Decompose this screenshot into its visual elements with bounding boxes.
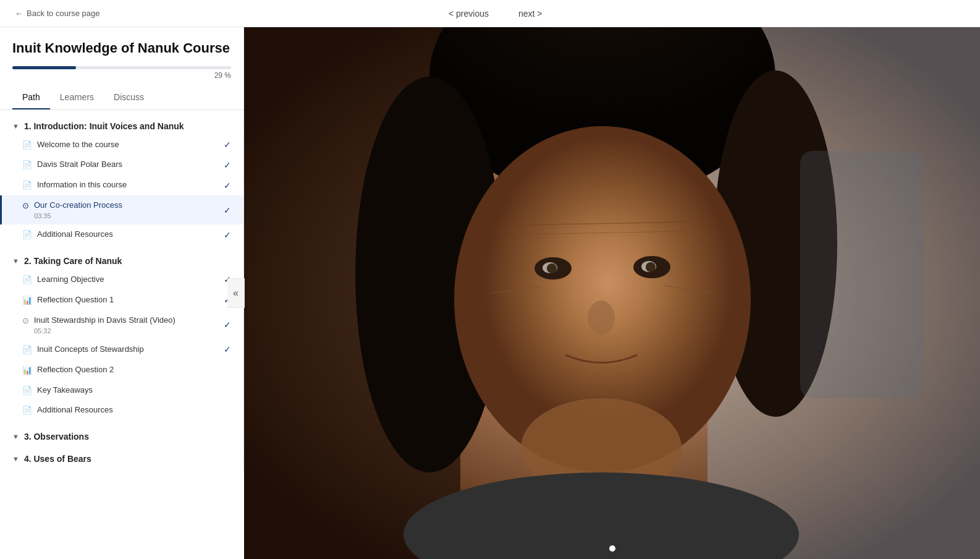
section-4-header[interactable]: ▼ 4. Uses of Bears [0,448,243,467]
document-icon: 📄 [22,140,32,150]
section-3-arrow: ▼ [12,433,19,440]
progress-bar-fill [12,66,76,69]
back-to-course[interactable]: ← Back to course page [15,9,100,18]
back-arrow-icon: ← [15,9,23,18]
main-layout: Inuit Knowledge of Nanuk Course 29 % Pat… [0,27,980,559]
tab-discuss[interactable]: Discuss [104,86,154,109]
hero-image [244,27,980,559]
top-navigation: ← Back to course page < previous next > [0,0,980,27]
document-icon: 📄 [22,406,32,415]
dot-indicator-item [609,545,615,552]
collapse-sidebar-button[interactable]: « [227,278,245,308]
sidebar-tabs: Path Learners Discuss [0,86,243,110]
item-label: Information in this course [37,180,127,190]
main-content-area [244,27,980,559]
checkmark-icon: ✓ [224,160,231,170]
sidebar-wrapper: Inuit Knowledge of Nanuk Course 29 % Pat… [0,27,244,559]
slide-indicator [609,545,615,552]
prev-button[interactable]: < previous [444,6,494,21]
nav-center: < previous next > [444,6,547,21]
item-label: Key Takeaways [37,385,93,396]
progress-bar-track [12,66,231,69]
tab-path[interactable]: Path [12,86,50,109]
chart-icon: 📊 [22,296,32,305]
document-icon: 📄 [22,386,32,395]
list-item[interactable]: 📄 Additional Resources [0,400,243,420]
svg-point-11 [547,263,557,273]
sidebar-content: ▼ 1. Introduction: Inuit Voices and Nanu… [0,110,243,473]
document-icon: 📄 [22,275,32,284]
progress-bar-container: 29 % [12,66,231,80]
item-label: Davis Strait Polar Bears [37,160,122,170]
item-label: Inuit Stewardship in Davis Strait (Video… [34,315,175,326]
item-label: Welcome to the course [37,140,119,150]
list-item[interactable]: ⊙ Inuit Stewardship in Davis Strait (Vid… [0,310,243,339]
list-item[interactable]: 📄 Welcome to the course ✓ [0,135,243,155]
section-1-title: 1. Introduction: Inuit Voices and Nanuk [24,121,184,131]
checkmark-icon: ✓ [224,140,231,150]
sidebar: Inuit Knowledge of Nanuk Course 29 % Pat… [0,27,244,472]
item-label: Reflection Question 2 [37,365,114,375]
section-2-arrow: ▼ [12,257,19,265]
svg-point-12 [646,262,656,272]
chevron-left-icon: « [233,288,239,299]
hero-portrait-svg [244,27,980,559]
list-item[interactable]: 📄 Inuit Concepts of Stewardship ✓ [0,339,243,360]
list-item[interactable]: 📄 Learning Objective ✓ [0,270,243,290]
play-circle-icon: ⊙ [22,316,29,325]
item-label: Inuit Concepts of Stewardship [37,344,144,355]
document-icon: 📄 [22,345,32,354]
item-label: Reflection Question 1 [37,295,114,305]
list-item[interactable]: 📊 Reflection Question 1 ✓ [0,290,243,310]
progress-label: 29 % [12,71,231,80]
section-4-title: 4. Uses of Bears [24,454,91,464]
sidebar-header: Inuit Knowledge of Nanuk Course 29 % [0,27,243,86]
item-label-active: Our Co-creation Process [34,200,122,211]
document-icon: 📄 [22,181,32,190]
item-duration: 03:35 [34,212,122,220]
section-3-header[interactable]: ▼ 3. Observations [0,425,243,445]
next-button[interactable]: next > [513,6,547,21]
section-3-title: 3. Observations [24,432,89,442]
item-duration: 05:32 [34,327,175,335]
list-item[interactable]: 📊 Reflection Question 2 [0,360,243,380]
list-item-active[interactable]: ⊙ Our Co-creation Process 03:35 ✓ [0,195,243,224]
chart-icon: 📊 [22,365,32,375]
tab-learners[interactable]: Learners [50,86,104,109]
list-item[interactable]: 📄 Key Takeaways [0,380,243,401]
list-item[interactable]: 📄 Information in this course ✓ [0,175,243,195]
svg-rect-20 [800,151,924,398]
section-1-header[interactable]: ▼ 1. Introduction: Inuit Voices and Nanu… [0,115,243,135]
document-icon: 📄 [22,230,32,239]
checkmark-icon: ✓ [224,205,231,215]
checkmark-icon: ✓ [224,181,231,190]
section-4-arrow: ▼ [12,455,19,463]
list-item[interactable]: 📄 Davis Strait Polar Bears ✓ [0,155,243,175]
section-2-title: 2. Taking Care of Nanuk [24,256,122,266]
item-label: Additional Resources [37,229,113,240]
checkmark-icon: ✓ [224,320,231,330]
checkmark-icon: ✓ [224,344,231,354]
course-title: Inuit Knowledge of Nanuk Course [12,40,231,58]
list-item[interactable]: 📄 Additional Resources ✓ [0,224,243,245]
section-2-header[interactable]: ▼ 2. Taking Care of Nanuk [0,250,243,270]
section-1-arrow: ▼ [12,122,19,130]
back-label: Back to course page [27,9,100,18]
item-label: Learning Objective [37,275,104,285]
document-icon: 📄 [22,160,32,169]
play-icon: ⊙ [22,201,29,210]
checkmark-icon: ✓ [224,230,231,240]
item-label: Additional Resources [37,405,113,416]
svg-point-15 [588,301,615,335]
